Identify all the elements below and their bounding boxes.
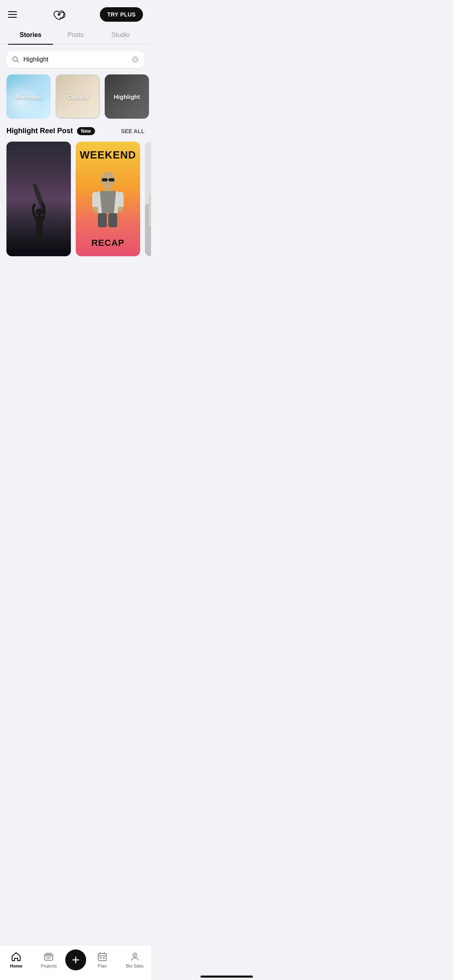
section-title: Highlight Reel Post [6, 127, 73, 135]
search-bar [6, 51, 145, 68]
try-plus-button[interactable]: TRY PLUS [100, 7, 143, 22]
svg-rect-7 [39, 228, 43, 240]
search-input[interactable] [23, 56, 128, 63]
svg-rect-14 [92, 192, 99, 208]
svg-rect-6 [36, 228, 39, 240]
menu-button[interactable] [8, 11, 17, 18]
template-weekend-title: WEEKEND [80, 150, 136, 160]
svg-point-18 [100, 181, 101, 183]
svg-point-17 [118, 206, 123, 213]
tab-stories[interactable]: Stories [8, 26, 53, 44]
logo [46, 6, 70, 23]
svg-rect-5 [36, 216, 43, 230]
template-surfer[interactable] [6, 142, 71, 256]
search-icon [12, 56, 19, 63]
category-animated[interactable]: Animated [6, 74, 51, 119]
template-surfboard[interactable] [145, 142, 151, 256]
svg-rect-19 [98, 213, 107, 227]
svg-rect-20 [108, 213, 117, 227]
category-highlight[interactable]: Highlight [105, 74, 149, 119]
category-highlight-label: Highlight [105, 74, 149, 119]
svg-rect-10 [109, 178, 114, 181]
tabs-bar: Stories Posts Studio [0, 26, 151, 45]
new-badge: New [77, 127, 95, 135]
header: TRY PLUS [0, 0, 151, 26]
templates-scroll: WEEKEND [0, 142, 151, 264]
category-clasico[interactable]: Clasico [56, 74, 100, 119]
category-animated-label: Animated [6, 74, 51, 119]
svg-rect-23 [149, 194, 151, 226]
category-clasico-label: Clasico [56, 75, 99, 118]
template-weekend[interactable]: WEEKEND [76, 142, 140, 256]
tab-posts[interactable]: Posts [53, 26, 98, 44]
svg-rect-12 [105, 187, 110, 191]
svg-point-0 [58, 13, 60, 16]
categories-scroll: Animated Clasico Highlight Film [0, 73, 151, 125]
section-header: Highlight Reel Post New SEE ALL [0, 125, 151, 142]
svg-rect-9 [102, 178, 108, 181]
template-weekend-recap: RECAP [91, 238, 124, 248]
clear-search-button[interactable] [132, 56, 139, 63]
svg-rect-15 [117, 192, 124, 208]
svg-point-16 [93, 206, 98, 213]
tab-studio[interactable]: Studio [98, 26, 143, 44]
see-all-button[interactable]: SEE ALL [121, 128, 145, 134]
svg-point-4 [36, 208, 43, 216]
section-title-wrap: Highlight Reel Post New [6, 127, 95, 135]
